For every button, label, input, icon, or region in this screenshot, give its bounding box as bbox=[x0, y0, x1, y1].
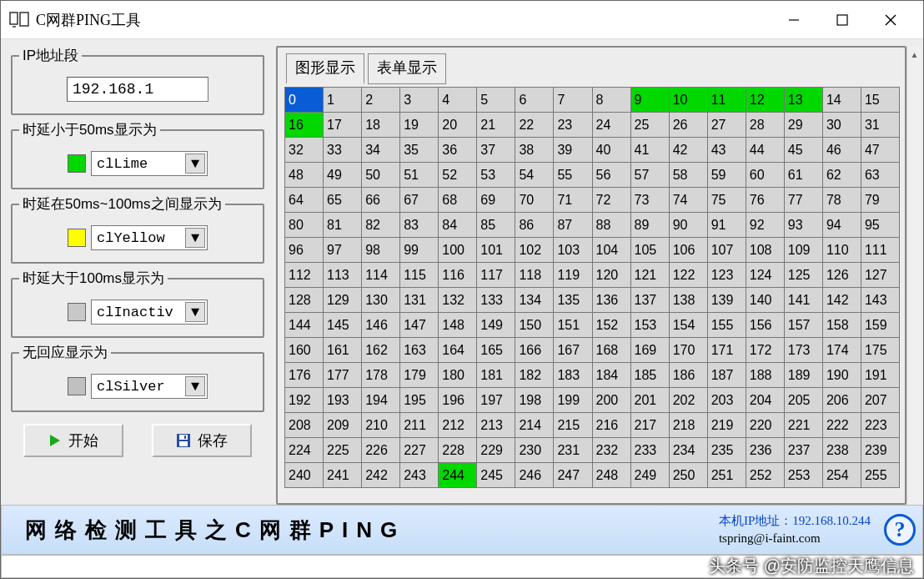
ip-cell[interactable]: 28 bbox=[746, 113, 785, 138]
ip-cell[interactable]: 154 bbox=[670, 313, 708, 338]
ip-cell[interactable]: 39 bbox=[554, 138, 592, 163]
ip-cell[interactable]: 133 bbox=[477, 288, 515, 313]
ip-cell[interactable]: 139 bbox=[708, 288, 746, 313]
ip-cell[interactable]: 9 bbox=[631, 88, 670, 113]
ip-cell[interactable]: 105 bbox=[631, 238, 670, 263]
ip-cell[interactable]: 181 bbox=[477, 363, 515, 388]
ip-cell[interactable]: 62 bbox=[823, 163, 861, 188]
ip-cell[interactable]: 104 bbox=[593, 238, 631, 263]
ip-cell[interactable]: 157 bbox=[785, 313, 823, 338]
ip-cell[interactable]: 100 bbox=[439, 238, 477, 263]
ip-cell[interactable]: 17 bbox=[324, 113, 362, 138]
ip-cell[interactable]: 16 bbox=[285, 113, 324, 138]
ip-cell[interactable]: 250 bbox=[670, 463, 708, 488]
ip-cell[interactable]: 14 bbox=[823, 88, 861, 113]
ip-cell[interactable]: 218 bbox=[670, 413, 708, 438]
latency-high-combo[interactable]: clInactiv ▼ bbox=[91, 300, 208, 325]
ip-cell[interactable]: 201 bbox=[631, 388, 670, 413]
ip-cell[interactable]: 21 bbox=[477, 113, 515, 138]
ip-cell[interactable]: 155 bbox=[708, 313, 746, 338]
ip-cell[interactable]: 159 bbox=[861, 313, 900, 338]
ip-cell[interactable]: 174 bbox=[823, 338, 861, 363]
ip-cell[interactable]: 81 bbox=[324, 213, 362, 238]
ip-cell[interactable]: 109 bbox=[785, 238, 823, 263]
ip-cell[interactable]: 202 bbox=[670, 388, 708, 413]
ip-cell[interactable]: 117 bbox=[477, 263, 515, 288]
ip-cell[interactable]: 31 bbox=[861, 113, 900, 138]
ip-cell[interactable]: 164 bbox=[439, 338, 477, 363]
ip-cell[interactable]: 170 bbox=[670, 338, 708, 363]
ip-cell[interactable]: 128 bbox=[285, 288, 324, 313]
ip-cell[interactable]: 80 bbox=[285, 213, 324, 238]
ip-cell[interactable]: 208 bbox=[285, 413, 324, 438]
ip-cell[interactable]: 220 bbox=[746, 413, 785, 438]
ip-cell[interactable]: 249 bbox=[631, 463, 670, 488]
ip-cell[interactable]: 23 bbox=[554, 113, 592, 138]
ip-cell[interactable]: 140 bbox=[746, 288, 785, 313]
ip-cell[interactable]: 82 bbox=[362, 213, 400, 238]
ip-cell[interactable]: 64 bbox=[285, 188, 324, 213]
ip-cell[interactable]: 169 bbox=[631, 338, 670, 363]
ip-cell[interactable]: 248 bbox=[593, 463, 631, 488]
ip-cell[interactable]: 136 bbox=[593, 288, 631, 313]
ip-cell[interactable]: 106 bbox=[670, 238, 708, 263]
ip-cell[interactable]: 108 bbox=[746, 238, 785, 263]
ip-cell[interactable]: 77 bbox=[785, 188, 823, 213]
ip-cell[interactable]: 165 bbox=[477, 338, 515, 363]
ip-cell[interactable]: 131 bbox=[400, 288, 439, 313]
ip-cell[interactable]: 67 bbox=[400, 188, 439, 213]
ip-cell[interactable]: 3 bbox=[400, 88, 439, 113]
ip-cell[interactable]: 255 bbox=[861, 463, 900, 488]
ip-cell[interactable]: 172 bbox=[746, 338, 785, 363]
ip-cell[interactable]: 34 bbox=[362, 138, 400, 163]
ip-cell[interactable]: 138 bbox=[670, 288, 708, 313]
ip-cell[interactable]: 198 bbox=[515, 388, 554, 413]
ip-cell[interactable]: 231 bbox=[554, 438, 592, 463]
ip-cell[interactable]: 179 bbox=[400, 363, 439, 388]
ip-cell[interactable]: 240 bbox=[285, 463, 324, 488]
ip-cell[interactable]: 8 bbox=[593, 88, 631, 113]
ip-cell[interactable]: 184 bbox=[593, 363, 631, 388]
ip-cell[interactable]: 72 bbox=[593, 188, 631, 213]
ip-cell[interactable]: 158 bbox=[823, 313, 861, 338]
ip-cell[interactable]: 221 bbox=[785, 413, 823, 438]
ip-cell[interactable]: 207 bbox=[861, 388, 900, 413]
ip-cell[interactable]: 71 bbox=[554, 188, 592, 213]
ip-cell[interactable]: 222 bbox=[823, 413, 861, 438]
ip-cell[interactable]: 163 bbox=[400, 338, 439, 363]
ip-cell[interactable]: 232 bbox=[593, 438, 631, 463]
ip-cell[interactable]: 119 bbox=[554, 263, 592, 288]
ip-cell[interactable]: 18 bbox=[362, 113, 400, 138]
ip-cell[interactable]: 247 bbox=[554, 463, 592, 488]
ip-cell[interactable]: 200 bbox=[593, 388, 631, 413]
ip-cell[interactable]: 51 bbox=[400, 163, 439, 188]
ip-cell[interactable]: 1 bbox=[324, 88, 362, 113]
ip-cell[interactable]: 173 bbox=[785, 338, 823, 363]
ip-cell[interactable]: 182 bbox=[515, 363, 554, 388]
ip-cell[interactable]: 239 bbox=[861, 438, 900, 463]
ip-cell[interactable]: 56 bbox=[593, 163, 631, 188]
ip-cell[interactable]: 40 bbox=[593, 138, 631, 163]
ip-cell[interactable]: 238 bbox=[823, 438, 861, 463]
ip-cell[interactable]: 175 bbox=[861, 338, 900, 363]
ip-cell[interactable]: 114 bbox=[362, 263, 400, 288]
ip-cell[interactable]: 69 bbox=[477, 188, 515, 213]
ip-cell[interactable]: 212 bbox=[439, 413, 477, 438]
ip-cell[interactable]: 162 bbox=[362, 338, 400, 363]
ip-cell[interactable]: 61 bbox=[785, 163, 823, 188]
ip-cell[interactable]: 215 bbox=[554, 413, 592, 438]
ip-cell[interactable]: 116 bbox=[439, 263, 477, 288]
ip-cell[interactable]: 211 bbox=[400, 413, 439, 438]
ip-cell[interactable]: 49 bbox=[324, 163, 362, 188]
ip-cell[interactable]: 43 bbox=[708, 138, 746, 163]
ip-cell[interactable]: 224 bbox=[285, 438, 324, 463]
ip-cell[interactable]: 253 bbox=[785, 463, 823, 488]
ip-cell[interactable]: 12 bbox=[746, 88, 785, 113]
ip-cell[interactable]: 87 bbox=[554, 213, 592, 238]
ip-cell[interactable]: 88 bbox=[593, 213, 631, 238]
ip-cell[interactable]: 229 bbox=[477, 438, 515, 463]
ip-cell[interactable]: 70 bbox=[515, 188, 554, 213]
ip-cell[interactable]: 75 bbox=[708, 188, 746, 213]
ip-cell[interactable]: 46 bbox=[823, 138, 861, 163]
ip-cell[interactable]: 195 bbox=[400, 388, 439, 413]
